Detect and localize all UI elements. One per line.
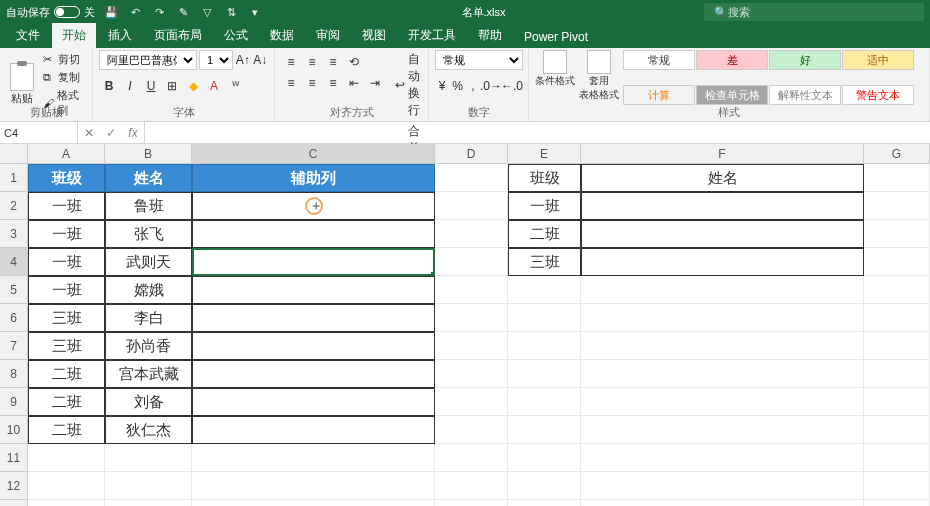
underline-button[interactable]: U bbox=[141, 77, 161, 95]
cell-F6[interactable] bbox=[581, 304, 864, 332]
font-color-button[interactable]: A bbox=[204, 77, 224, 95]
style-cell[interactable]: 检查单元格 bbox=[696, 85, 768, 105]
cell-E4[interactable]: 三班 bbox=[508, 248, 581, 276]
row-header[interactable]: 10 bbox=[0, 416, 28, 444]
cancel-formula-button[interactable]: ✕ bbox=[78, 122, 100, 144]
cell-E6[interactable] bbox=[508, 304, 581, 332]
cell-A5[interactable]: 一班 bbox=[28, 276, 105, 304]
cell-D1[interactable] bbox=[435, 164, 508, 192]
filter-icon[interactable]: ▽ bbox=[199, 4, 215, 20]
inc-decimal-button[interactable]: .0→ bbox=[481, 77, 501, 95]
cell-D7[interactable] bbox=[435, 332, 508, 360]
cell-E12[interactable] bbox=[508, 472, 581, 500]
cell-B11[interactable] bbox=[105, 444, 192, 472]
spreadsheet-grid[interactable]: A B C D E F G 1班级姓名辅助列班级姓名2一班鲁班一班3一班张飞二班… bbox=[0, 144, 930, 506]
col-header-a[interactable]: A bbox=[28, 144, 105, 163]
cell-F9[interactable] bbox=[581, 388, 864, 416]
cell-A8[interactable]: 二班 bbox=[28, 360, 105, 388]
cell-C10[interactable] bbox=[192, 416, 435, 444]
cell-G2[interactable] bbox=[864, 192, 930, 220]
col-header-c[interactable]: C bbox=[192, 144, 435, 163]
style-cell[interactable]: 常规 bbox=[623, 50, 695, 70]
cell-D8[interactable] bbox=[435, 360, 508, 388]
cell-E5[interactable] bbox=[508, 276, 581, 304]
col-header-f[interactable]: F bbox=[581, 144, 864, 163]
tab-data[interactable]: 数据 bbox=[260, 23, 304, 48]
cell-B9[interactable]: 刘备 bbox=[105, 388, 192, 416]
cell-C3[interactable] bbox=[192, 220, 435, 248]
tab-formulas[interactable]: 公式 bbox=[214, 23, 258, 48]
cell-G6[interactable] bbox=[864, 304, 930, 332]
row-header[interactable]: 5 bbox=[0, 276, 28, 304]
cell-C4[interactable] bbox=[192, 248, 435, 276]
tab-home[interactable]: 开始 bbox=[52, 23, 96, 48]
row-header[interactable]: 12 bbox=[0, 472, 28, 500]
cell-F1[interactable]: 姓名 bbox=[581, 164, 864, 192]
cell-G8[interactable] bbox=[864, 360, 930, 388]
tab-developer[interactable]: 开发工具 bbox=[398, 23, 466, 48]
cell-E13[interactable] bbox=[508, 500, 581, 506]
cell-G9[interactable] bbox=[864, 388, 930, 416]
row-header[interactable]: 7 bbox=[0, 332, 28, 360]
col-header-e[interactable]: E bbox=[508, 144, 581, 163]
cell-C11[interactable] bbox=[192, 444, 435, 472]
cell-B5[interactable]: 嫦娥 bbox=[105, 276, 192, 304]
fill-color-button[interactable]: ◆ bbox=[183, 77, 203, 95]
cell-D10[interactable] bbox=[435, 416, 508, 444]
cell-A4[interactable]: 一班 bbox=[28, 248, 105, 276]
tab-powerpivot[interactable]: Power Pivot bbox=[514, 26, 598, 48]
select-all-corner[interactable] bbox=[0, 144, 28, 163]
style-cell[interactable]: 好 bbox=[769, 50, 841, 70]
style-cell[interactable]: 适中 bbox=[842, 50, 914, 70]
cell-A2[interactable]: 一班 bbox=[28, 192, 105, 220]
cell-A3[interactable]: 一班 bbox=[28, 220, 105, 248]
bold-button[interactable]: B bbox=[99, 77, 119, 95]
cell-B3[interactable]: 张飞 bbox=[105, 220, 192, 248]
decrease-font-button[interactable]: A↓ bbox=[253, 51, 269, 69]
italic-button[interactable]: I bbox=[120, 77, 140, 95]
orientation-button[interactable]: ⟲ bbox=[344, 53, 364, 71]
cell-A9[interactable]: 二班 bbox=[28, 388, 105, 416]
cell-D11[interactable] bbox=[435, 444, 508, 472]
row-header[interactable]: 13 bbox=[0, 500, 28, 506]
cell-D3[interactable] bbox=[435, 220, 508, 248]
search-input[interactable] bbox=[728, 6, 914, 18]
border-button[interactable]: ⊞ bbox=[162, 77, 182, 95]
col-header-d[interactable]: D bbox=[435, 144, 508, 163]
cell-D6[interactable] bbox=[435, 304, 508, 332]
row-header[interactable]: 3 bbox=[0, 220, 28, 248]
cell-A1[interactable]: 班级 bbox=[28, 164, 105, 192]
cell-E11[interactable] bbox=[508, 444, 581, 472]
cell-D2[interactable] bbox=[435, 192, 508, 220]
tab-insert[interactable]: 插入 bbox=[98, 23, 142, 48]
dec-decimal-button[interactable]: ←.0 bbox=[502, 77, 522, 95]
autosave-toggle[interactable]: 自动保存 关 bbox=[6, 5, 95, 20]
col-header-b[interactable]: B bbox=[105, 144, 192, 163]
align-top-button[interactable]: ≡ bbox=[281, 53, 301, 71]
cell-C9[interactable] bbox=[192, 388, 435, 416]
formula-input[interactable] bbox=[145, 122, 930, 143]
align-right-button[interactable]: ≡ bbox=[323, 74, 343, 92]
cell-B12[interactable] bbox=[105, 472, 192, 500]
cell-F3[interactable] bbox=[581, 220, 864, 248]
cell-B8[interactable]: 宫本武藏 bbox=[105, 360, 192, 388]
cell-B1[interactable]: 姓名 bbox=[105, 164, 192, 192]
cell-C7[interactable] bbox=[192, 332, 435, 360]
align-center-button[interactable]: ≡ bbox=[302, 74, 322, 92]
cell-A12[interactable] bbox=[28, 472, 105, 500]
cell-E10[interactable] bbox=[508, 416, 581, 444]
indent-dec-button[interactable]: ⇤ bbox=[344, 74, 364, 92]
row-header[interactable]: 1 bbox=[0, 164, 28, 192]
cut-button[interactable]: ✂剪切 bbox=[41, 51, 86, 68]
style-cell[interactable]: 计算 bbox=[623, 85, 695, 105]
cell-E1[interactable]: 班级 bbox=[508, 164, 581, 192]
cell-D12[interactable] bbox=[435, 472, 508, 500]
name-box[interactable]: C4 bbox=[0, 122, 78, 143]
cell-B2[interactable]: 鲁班 bbox=[105, 192, 192, 220]
font-size-select[interactable]: 11 bbox=[199, 50, 233, 70]
fx-button[interactable]: fx bbox=[122, 122, 144, 144]
cell-C5[interactable] bbox=[192, 276, 435, 304]
tab-layout[interactable]: 页面布局 bbox=[144, 23, 212, 48]
cell-G3[interactable] bbox=[864, 220, 930, 248]
col-header-g[interactable]: G bbox=[864, 144, 930, 163]
